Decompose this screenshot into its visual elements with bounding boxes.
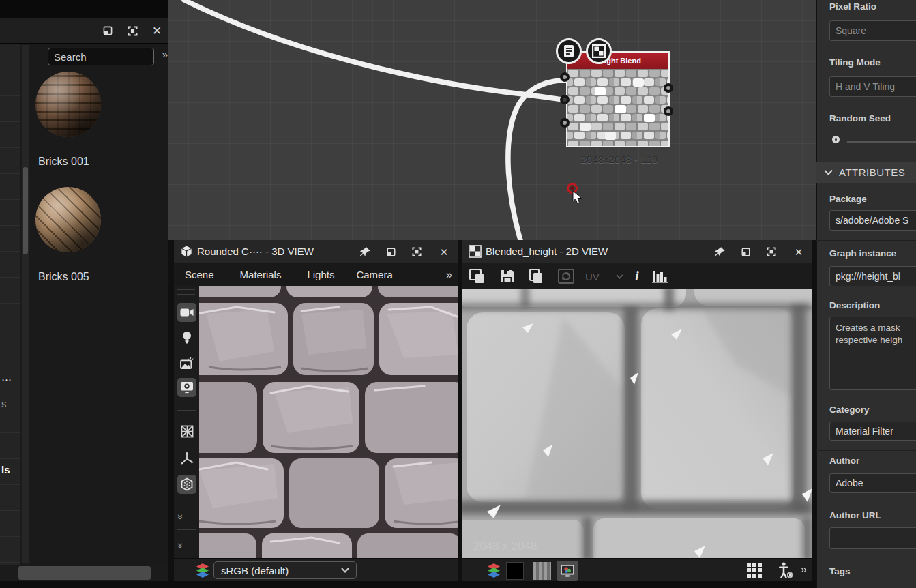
- node-input-port[interactable]: [560, 72, 570, 82]
- node-parameters-badge-icon[interactable]: [556, 38, 582, 64]
- view-2d-title-bar[interactable]: Blended_height - 2D VIEW ✕: [462, 240, 812, 263]
- menu-overflow-chevron-icon[interactable]: »: [446, 269, 452, 281]
- uv-label: UV: [585, 271, 600, 282]
- graph-instance-field[interactable]: pkg:///height_bl: [829, 266, 916, 286]
- author-input[interactable]: [829, 473, 916, 493]
- attributes-section-header[interactable]: ATTRIBUTES: [816, 162, 916, 183]
- library-panel: ✕ ··· s ls » Bricks 001 Bricks 005: [0, 0, 168, 588]
- chevron-down-icon[interactable]: [610, 267, 629, 286]
- tree-item-fragment[interactable]: s: [1, 398, 7, 409]
- environment-image-icon[interactable]: [177, 353, 196, 372]
- close-window-icon[interactable]: ✕: [791, 244, 807, 260]
- view-2d-bottom-bar: »: [462, 558, 812, 581]
- maximize-window-icon[interactable]: [763, 244, 780, 260]
- tree-item-fragment[interactable]: ···: [1, 373, 12, 385]
- toolbar-overflow-chevron-icon[interactable]: »: [175, 543, 186, 548]
- library-vertical-scrollbar[interactable]: [22, 45, 29, 563]
- toolbar-divider: [177, 529, 196, 533]
- author-url-input[interactable]: [829, 527, 916, 549]
- library-title-bar: ✕: [0, 18, 168, 44]
- colorspace-layers-icon[interactable]: [194, 562, 211, 578]
- new-view-layers-icon[interactable]: [468, 267, 487, 286]
- pin-icon[interactable]: [357, 244, 373, 260]
- material-thumbnail-bricks-001[interactable]: [35, 72, 101, 137]
- category-label: Category: [829, 405, 870, 415]
- camera-view-icon[interactable]: [177, 303, 196, 322]
- colorspace-dropdown[interactable]: sRGB (default): [213, 561, 357, 579]
- pin-icon[interactable]: [711, 244, 728, 260]
- axis-gizmo-icon[interactable]: [177, 449, 196, 468]
- node-input-port[interactable]: [560, 118, 570, 128]
- colorspace-layers-icon[interactable]: [486, 562, 502, 578]
- info-icon[interactable]: i: [627, 267, 647, 286]
- restore-window-icon[interactable]: [383, 244, 399, 260]
- background-stripes-swatch[interactable]: [533, 562, 551, 580]
- material-thumbnail-bricks-005[interactable]: [35, 187, 101, 252]
- checker-icon: [469, 245, 482, 258]
- toolbar-overflow-chevron-icon[interactable]: »: [175, 514, 186, 520]
- library-horizontal-scrollbar-thumb[interactable]: [18, 566, 151, 580]
- save-icon[interactable]: [498, 267, 517, 286]
- library-tree-strip[interactable]: ··· s ls: [0, 44, 20, 565]
- height-blend-node[interactable]: Height Blend: [566, 51, 670, 147]
- view-3d-viewport[interactable]: [199, 286, 458, 558]
- display-settings-icon[interactable]: [177, 378, 196, 397]
- node-output-port[interactable]: [664, 106, 673, 116]
- maximize-window-icon[interactable]: [124, 23, 141, 39]
- physical-size-icon[interactable]: [778, 562, 793, 578]
- menu-lights[interactable]: Lights: [307, 269, 334, 280]
- restore-window-icon[interactable]: [737, 244, 754, 260]
- cube-mesh-icon[interactable]: [177, 475, 196, 494]
- copy-icon[interactable]: [527, 267, 546, 286]
- search-options-chevron-icon[interactable]: »: [162, 48, 166, 60]
- package-field[interactable]: s/adobe/Adobe S: [829, 210, 916, 231]
- restore-window-icon[interactable]: [100, 23, 116, 39]
- histogram-icon[interactable]: [651, 267, 670, 286]
- tiling-mode-dropdown[interactable]: H and V Tiling: [829, 76, 916, 97]
- description-textarea[interactable]: Creates a mask respective heigh: [829, 317, 916, 390]
- random-seed-label: Random Seed: [829, 113, 891, 123]
- tree-item-fragment[interactable]: ls: [1, 464, 10, 475]
- author-label: Author: [829, 456, 859, 466]
- search-input[interactable]: [48, 48, 154, 65]
- uv-mode-dropdown[interactable]: UV: [585, 267, 600, 286]
- light-bulb-icon[interactable]: [177, 328, 196, 347]
- grid-tiling-icon[interactable]: [747, 563, 763, 578]
- view-2d-viewport[interactable]: 2048 x 2048: [462, 289, 812, 558]
- library-horizontal-scrollbar[interactable]: [0, 565, 168, 581]
- wire-connection[interactable]: [184, 0, 572, 101]
- mouse-cursor: [572, 190, 582, 205]
- close-window-icon[interactable]: ✕: [149, 23, 165, 39]
- node-graph-canvas[interactable]: Height Blend: [168, 0, 816, 240]
- graph-wires: [168, 0, 816, 240]
- tags-label: Tags: [829, 566, 851, 576]
- image-refresh-icon-disabled[interactable]: [557, 267, 576, 286]
- material-label: Bricks 005: [38, 271, 89, 283]
- display-color-mode-icon[interactable]: [557, 561, 578, 581]
- node-header[interactable]: Height Blend: [567, 53, 668, 69]
- view-2d-title: Blended_height - 2D VIEW: [486, 246, 608, 257]
- cube-icon: [180, 245, 193, 258]
- library-vertical-scrollbar-thumb[interactable]: [23, 167, 28, 254]
- background-black-swatch[interactable]: [506, 562, 524, 580]
- random-seed-slider-knob[interactable]: [832, 136, 840, 143]
- bottombar-overflow-chevron-icon[interactable]: »: [801, 563, 807, 576]
- view-3d-title-bar[interactable]: Rounded C···· - 3D VIEW ✕: [174, 240, 458, 263]
- node-atlas-badge-icon[interactable]: [586, 38, 612, 64]
- random-seed-slider-track: [847, 141, 916, 143]
- pixel-ratio-dropdown[interactable]: Square: [829, 20, 916, 41]
- close-window-icon[interactable]: ✕: [436, 244, 452, 260]
- attributes-section-title: ATTRIBUTES: [839, 166, 905, 178]
- ground-plane-icon[interactable]: [177, 422, 196, 441]
- menu-scene[interactable]: Scene: [185, 269, 214, 280]
- category-input[interactable]: [829, 422, 916, 441]
- menu-camera[interactable]: Camera: [356, 269, 392, 280]
- node-input-port[interactable]: [560, 95, 570, 104]
- material-label: Bricks 001: [38, 156, 89, 168]
- chevron-down-icon: [824, 169, 833, 175]
- maximize-window-icon[interactable]: [409, 244, 425, 260]
- menu-materials[interactable]: Materials: [240, 269, 282, 280]
- node-output-port[interactable]: [664, 83, 673, 93]
- toolbar-grip[interactable]: [177, 289, 195, 295]
- node-preview-thumbnail[interactable]: [567, 69, 668, 146]
